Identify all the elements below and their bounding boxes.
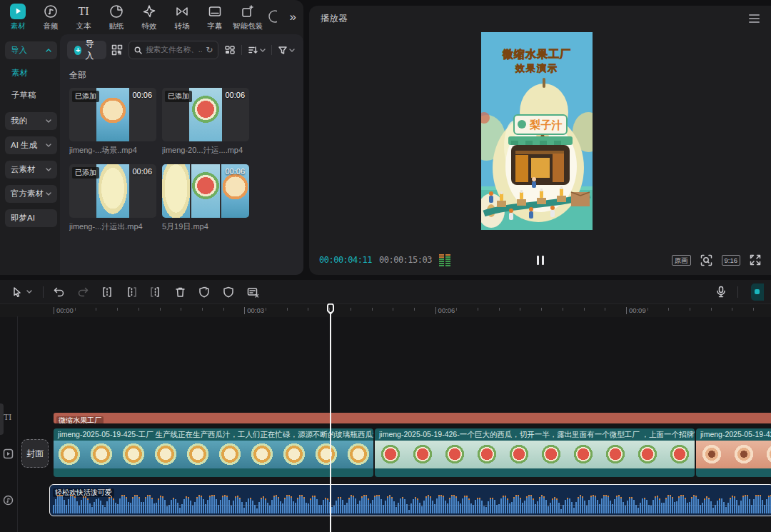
- delete-button[interactable]: [171, 283, 189, 301]
- tab-sticker[interactable]: 贴纸: [100, 4, 133, 31]
- sidebar-group-jimeng[interactable]: 即梦AI: [5, 209, 57, 227]
- capcut-editor-window: 素材 音频 TI 文本 贴纸 特效 转场: [0, 0, 771, 532]
- tab-captions[interactable]: 字幕: [198, 4, 231, 31]
- added-badge: 已添加: [72, 91, 99, 102]
- ruler-tick: [75, 308, 76, 311]
- audio-clip-selected[interactable]: 轻松欢快活泼可爱: [49, 484, 771, 516]
- panel-handle[interactable]: [0, 403, 4, 435]
- timeline-right-partial-control[interactable]: [751, 283, 764, 301]
- tab-sticker-label: 贴纸: [109, 21, 124, 31]
- ruler-tick: [414, 308, 415, 311]
- sidebar-item-subdraft[interactable]: 子草稿: [11, 90, 60, 101]
- player-title: 播放器: [321, 13, 348, 25]
- media-filename: jimeng-20...汁运....mp4: [162, 145, 249, 156]
- select-tool-button[interactable]: [7, 283, 36, 301]
- tab-media-label: 素材: [11, 21, 26, 31]
- cover-button[interactable]: 封面: [21, 439, 49, 468]
- redo-button[interactable]: [74, 283, 92, 301]
- sidebar-group-ai[interactable]: AI 生成: [5, 136, 57, 154]
- media-card[interactable]: 已添加 00:06 jimeng-20...汁运....mp4: [162, 88, 249, 156]
- filter-all-label: 全部: [69, 69, 296, 81]
- clip-filmstrip: [375, 441, 695, 468]
- clip-filename: jimeng-2025-05-19-42: [696, 428, 771, 441]
- added-badge: 已添加: [165, 91, 192, 102]
- media-card[interactable]: 已添加 00:06 jimeng-...汁运出.mp4: [69, 164, 156, 232]
- sidebar-item-materials[interactable]: 素材: [11, 68, 60, 79]
- clip-filename: jimeng-2025-05-19-425-工厂 生产线正在生产西瓜汁，工人们正…: [54, 428, 373, 441]
- media-library-panel: 素材 音频 TI 文本 贴纸 特效 转场: [0, 0, 303, 275]
- ruler-tick: [668, 308, 669, 311]
- sidebar-group-cloud[interactable]: 云素材: [5, 161, 57, 179]
- aspect-ratio-badge[interactable]: 9:16: [722, 255, 741, 266]
- search-input[interactable]: 搜索文件名称、... ↻: [128, 41, 218, 59]
- ruler-tick: [351, 308, 351, 311]
- toolbar-expand-button[interactable]: »: [287, 10, 298, 24]
- grid-view-button[interactable]: [223, 44, 237, 56]
- split-button[interactable]: [98, 283, 116, 301]
- video-clip-3[interactable]: jimeng-2025-05-19-42: [696, 428, 771, 477]
- pause-button[interactable]: [537, 256, 544, 265]
- tab-smart-pack-label: 智能包装: [233, 21, 263, 31]
- ruler-tick: [287, 308, 288, 311]
- media-card[interactable]: 00:06 5月19日.mp4: [162, 164, 249, 232]
- import-button[interactable]: + 导入: [67, 41, 106, 59]
- ruler-tick: [372, 308, 373, 311]
- divider: [43, 286, 44, 298]
- undo-button[interactable]: [49, 283, 68, 301]
- sidebar-import-button[interactable]: 导入: [5, 41, 57, 59]
- ruler-tick: [711, 308, 712, 311]
- text-clip[interactable]: 微缩水果工厂: [54, 413, 771, 423]
- tab-audio[interactable]: 音频: [34, 4, 67, 31]
- record-voiceover-mic-button[interactable]: [712, 283, 730, 301]
- media-sidebar: 导入 素材 子草稿 我的 AI 生成 云素材 官方素材: [0, 34, 60, 275]
- timeline-tracks: TI 封面 微缩水果工厂 jimeng-2025-05-19-425-工厂 生产…: [0, 316, 771, 532]
- tab-effects[interactable]: 特效: [133, 4, 166, 31]
- chevron-down-icon: [26, 290, 32, 293]
- ruler-tick: [456, 308, 457, 311]
- video-clip-1[interactable]: jimeng-2025-05-19-425-工厂 生产线正在生产西瓜汁，工人们正…: [54, 428, 373, 477]
- tab-transitions[interactable]: 转场: [166, 4, 198, 31]
- player-panel: 播放器: [309, 6, 771, 275]
- sidebar-group-official[interactable]: 官方素材: [5, 185, 57, 203]
- media-filename: jimeng-...场景..mp4: [69, 145, 156, 156]
- timeline-ruler[interactable]: 00:0000:0300:0600:09: [0, 303, 771, 317]
- ruler-tick: [223, 308, 224, 311]
- smart-cutout-button[interactable]: [195, 283, 213, 301]
- total-timecode: 00:00:15:03: [379, 255, 432, 265]
- transition-bowtie-icon: [175, 4, 189, 19]
- tab-text[interactable]: TI 文本: [67, 4, 100, 31]
- quality-badge[interactable]: 原画: [672, 255, 691, 266]
- sort-button[interactable]: [246, 45, 267, 55]
- chevron-down-icon: [46, 144, 51, 147]
- fullscreen-icon[interactable]: [750, 254, 761, 266]
- media-card[interactable]: 已添加 00:06 jimeng-...场景..mp4: [69, 88, 156, 156]
- refresh-icon[interactable]: ↻: [206, 45, 213, 55]
- tab-smart-pack[interactable]: 智能包装: [231, 4, 264, 31]
- mask-button[interactable]: [219, 283, 238, 301]
- tab-partial[interactable]: [264, 9, 277, 26]
- sidebar-group-mine[interactable]: 我的: [5, 112, 57, 130]
- preview-sign-text: 梨子汁: [530, 119, 563, 131]
- ruler-tick: [138, 308, 139, 311]
- trim-right-button[interactable]: [146, 283, 165, 301]
- timeline-panel: 00:0000:0300:0600:09 TI 封面 微缩水果工厂 jimeng…: [0, 280, 771, 532]
- scan-qr-button[interactable]: [111, 41, 125, 59]
- video-preview[interactable]: 梨子汁 微缩水果工厂 效果演示: [481, 32, 593, 230]
- player-menu-icon[interactable]: [749, 12, 760, 25]
- batch-edit-button[interactable]: [243, 283, 262, 301]
- duration-label: 00:06: [132, 167, 152, 176]
- video-clip-2[interactable]: jimeng-2025-05-19-426-一个巨大的西瓜，切开一半，露出里面有…: [375, 428, 695, 477]
- ruler-tick: [563, 308, 563, 311]
- audio-level-meter: [439, 254, 450, 266]
- media-card-grid: 已添加 00:06 jimeng-...场景..mp4 已添加 00:06 ji…: [69, 88, 252, 232]
- filter-button[interactable]: [276, 46, 296, 55]
- ruler-tick: [753, 308, 754, 311]
- chevron-down-icon: [260, 49, 266, 52]
- playhead[interactable]: [326, 303, 335, 532]
- ruler-label: 00:03: [247, 306, 264, 314]
- trim-left-button[interactable]: [122, 283, 141, 301]
- ruler-tick: [435, 307, 436, 314]
- video-thumbnail: [96, 88, 129, 141]
- focus-zoom-icon[interactable]: [700, 254, 712, 266]
- tab-media[interactable]: 素材: [1, 4, 34, 31]
